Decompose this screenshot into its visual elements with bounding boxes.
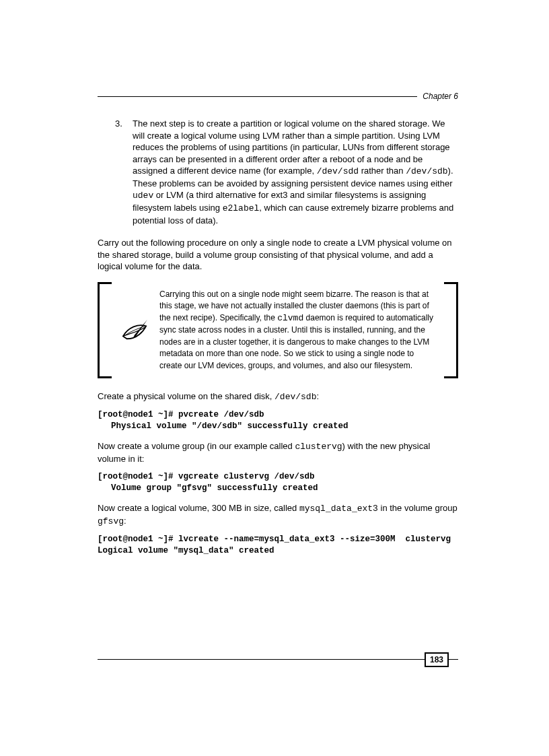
code-line: [root@node1 ~]# lvcreate --name=mysql_da…: [98, 535, 451, 544]
list-body: The next step is to create a partition o…: [133, 118, 458, 226]
header: Chapter 6: [98, 91, 458, 102]
inline-code: clvmd: [277, 313, 303, 323]
inline-code: mysql_data_ext3: [299, 504, 378, 514]
text: Now create a volume group (in our exampl…: [98, 441, 295, 451]
code-line: Physical volume "/dev/sdb" successfully …: [98, 421, 458, 432]
code-line: [root@node1 ~]# pvcreate /dev/sdb: [98, 410, 264, 419]
code-line: Volume group "gfsvg" successfully create…: [98, 483, 458, 494]
text: :: [316, 391, 319, 401]
bracket-left-icon: [98, 282, 112, 378]
text: rather than: [359, 166, 406, 176]
code-block: [root@node1 ~]# lvcreate --name=mysql_da…: [98, 534, 458, 557]
inline-code: e2label: [223, 203, 260, 213]
text: :: [124, 516, 126, 526]
chapter-label: Chapter 6: [417, 91, 458, 102]
paragraph: Create a physical volume on the shared d…: [98, 390, 458, 403]
text: in the volume group: [378, 503, 458, 513]
paragraph: Carry out the following procedure on onl…: [98, 237, 458, 273]
callout-inner: Carrying this out on a single node might…: [119, 289, 437, 372]
inline-code: clustervg: [295, 442, 342, 452]
code-line: Logical volume "mysql_data" created: [98, 546, 274, 555]
text: Now create a logical volume, 300 MB in s…: [98, 503, 299, 513]
inline-code: udev: [133, 191, 153, 201]
code-block: [root@node1 ~]# vgcreate clustervg /dev/…: [98, 471, 458, 494]
inline-code: /dev/sdd: [317, 166, 359, 176]
footer: 183: [98, 652, 458, 667]
paragraph: Now create a logical volume, 300 MB in s…: [98, 502, 458, 527]
code-line: [root@node1 ~]# vgcreate clustervg /dev/…: [98, 472, 315, 481]
paragraph: Now create a volume group (in our exampl…: [98, 440, 458, 465]
footer-rule-tail: [449, 659, 458, 660]
inline-code: gfsvg: [98, 516, 124, 526]
bracket-right-icon: [444, 282, 458, 378]
callout-text: Carrying this out on a single node might…: [159, 289, 437, 372]
header-rule: [98, 96, 417, 97]
page: Chapter 6 3. The next step is to create …: [0, 0, 549, 756]
pen-note-icon: [119, 317, 150, 343]
footer-rule: [98, 659, 427, 660]
list-number: 3.: [115, 118, 133, 226]
callout-box: Carrying this out on a single node might…: [98, 282, 458, 378]
inline-code: /dev/sdb: [274, 392, 316, 402]
code-block: [root@node1 ~]# pvcreate /dev/sdb Physic…: [98, 409, 458, 432]
inline-code: /dev/sdb: [406, 166, 447, 176]
ordered-list-item: 3. The next step is to create a partitio…: [115, 118, 458, 226]
text: Create a physical volume on the shared d…: [98, 391, 274, 401]
page-number: 183: [425, 652, 449, 667]
